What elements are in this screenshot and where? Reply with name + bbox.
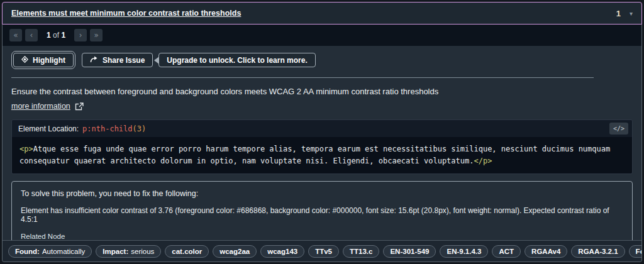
issue-accordion-header[interactable]: Elements must meet minimum color contras… xyxy=(2,2,642,25)
solve-heading: To solve this problem, you need to fix t… xyxy=(21,189,623,198)
contrast-failure-detail: Element has insufficient color contrast … xyxy=(21,206,623,224)
double-chevron-left-icon: « xyxy=(13,31,18,39)
issue-detail-panel: « ‹ 1 of 1 › » Highlight Share Issue xyxy=(2,25,642,262)
tag-badge: cat.color xyxy=(165,245,209,258)
highlight-button[interactable]: Highlight xyxy=(13,53,74,67)
impact-badge: Impact:serious xyxy=(96,245,161,258)
total-pages: 1 xyxy=(61,31,65,40)
selector-name: p:nth-child xyxy=(82,124,132,133)
issue-tags-bar: Found:Automatically Impact:serious cat.c… xyxy=(3,240,641,261)
element-source-code: <p>Atque esse fuga unde quae error porro… xyxy=(12,137,632,173)
share-arrow-icon xyxy=(90,56,98,65)
tag-badge: wcag2aa xyxy=(213,245,257,258)
of-label: of xyxy=(53,31,59,40)
last-page-button[interactable]: » xyxy=(90,29,103,41)
close-tag: </p> xyxy=(474,157,492,165)
code-icon: </> xyxy=(613,125,625,132)
tag-badge: EN-9.1.4.3 xyxy=(440,245,488,258)
next-page-button[interactable]: › xyxy=(74,29,87,41)
previous-page-button[interactable]: ‹ xyxy=(25,29,38,41)
share-issue-button[interactable]: Share Issue xyxy=(82,53,153,67)
open-tag: <p> xyxy=(19,145,33,153)
chevron-left-icon: ‹ xyxy=(30,31,33,39)
tag-badge: EN-301-549 xyxy=(383,245,436,258)
upgrade-button-label: Upgrade to unlock. Click to learn more. xyxy=(167,56,307,65)
current-page: 1 xyxy=(47,31,51,40)
more-information-link[interactable]: more information xyxy=(11,102,84,111)
view-source-button[interactable]: </> xyxy=(609,123,628,135)
issue-toolbar: Highlight Share Issue Upgrade to unlock.… xyxy=(3,46,641,72)
tag-badge: ACT xyxy=(492,245,521,258)
tag-badge: TT13.c xyxy=(343,245,379,258)
related-node-label: Related Node xyxy=(21,233,623,240)
element-location-header: Element Location: p:nth-child(3) </> xyxy=(12,120,632,137)
page-status: 1 of 1 xyxy=(47,31,65,40)
element-text: Atque esse fuga unde quae error porro ha… xyxy=(19,145,610,165)
element-location-section: Element Location: p:nth-child(3) </> <p>… xyxy=(11,119,633,174)
external-link-icon xyxy=(75,102,84,111)
rule-title-link[interactable]: Elements must meet minimum color contras… xyxy=(11,9,241,18)
chevron-right-icon: › xyxy=(79,31,82,39)
tag-badge: TTv5 xyxy=(308,245,339,258)
more-information-label: more information xyxy=(11,102,70,111)
found-on-badge: Found on:20/2/2026 at 11:46 AM xyxy=(629,245,642,258)
upgrade-button[interactable]: Upgrade to unlock. Click to learn more. xyxy=(158,53,315,67)
highlight-button-label: Highlight xyxy=(33,56,65,65)
selector-argument: (3) xyxy=(133,124,147,133)
chevron-down-icon: ▾ xyxy=(630,10,633,17)
css-selector: p:nth-child(3) xyxy=(82,124,146,133)
highlight-diamond-icon xyxy=(21,56,28,65)
pagination-bar: « ‹ 1 of 1 › » xyxy=(3,25,641,46)
rule-description: Ensure the contrast between foreground a… xyxy=(11,87,633,96)
tag-badge: wcag143 xyxy=(260,245,304,258)
share-button-label: Share Issue xyxy=(103,56,145,65)
element-location-label: Element Location: xyxy=(18,124,79,133)
issue-count: 1 xyxy=(616,9,621,18)
tag-badge: RGAA-3.2.1 xyxy=(571,245,625,258)
found-method-badge: Found:Automatically xyxy=(8,245,92,258)
double-chevron-right-icon: » xyxy=(94,31,98,39)
tag-badge: RGAAv4 xyxy=(525,245,567,258)
toolbar-divider xyxy=(11,77,594,78)
first-page-button[interactable]: « xyxy=(9,29,22,41)
issue-count-dropdown[interactable]: 1 ▾ xyxy=(616,9,633,18)
